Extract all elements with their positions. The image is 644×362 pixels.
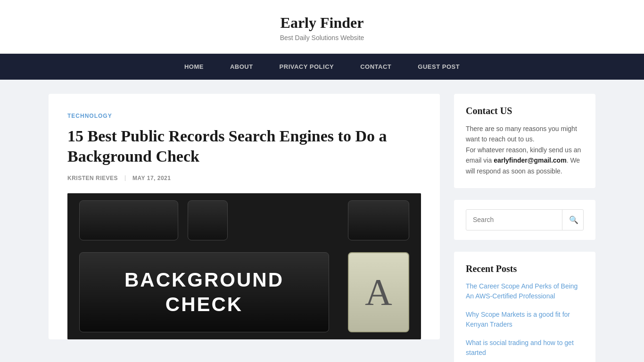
search-box: 🔍 — [466, 209, 584, 230]
search-widget: 🔍 — [454, 200, 595, 240]
recent-post-link-2[interactable]: Why Scope Markets is a good fit for Keny… — [466, 311, 570, 328]
contact-widget-title: Contact US — [466, 106, 584, 116]
recent-post-link-3[interactable]: What is social trading and how to get st… — [466, 339, 574, 356]
contact-widget: Contact US There are so many reasons you… — [454, 94, 595, 188]
search-button[interactable]: 🔍 — [562, 210, 584, 230]
recent-posts-title: Recent Posts — [466, 263, 584, 274]
post-meta: KRISTEN RIEVES MAY 17, 2021 — [67, 175, 421, 181]
recent-post-link-1[interactable]: The Career Scope And Perks of Being An A… — [466, 282, 578, 300]
search-input[interactable] — [466, 210, 562, 229]
main-content: TECHNOLOGY 15 Best Public Records Search… — [49, 94, 440, 339]
search-icon: 🔍 — [569, 216, 578, 224]
contact-email: earlyfinder@gmail.com — [494, 156, 566, 164]
main-nav: HOME ABOUT PRIVACY POLICY CONTACT GUEST … — [0, 54, 644, 80]
nav-guest-post[interactable]: GUEST POST — [405, 54, 473, 80]
meta-divider — [125, 175, 125, 181]
nav-privacy-policy[interactable]: PRIVACY POLICY — [266, 54, 347, 80]
nav-home[interactable]: HOME — [171, 54, 217, 80]
recent-post-item-3: What is social trading and how to get st… — [466, 338, 584, 358]
contact-text: There are so many reasons you might want… — [466, 123, 584, 176]
image-text-line1: BACKGROUND — [124, 269, 284, 291]
site-title: Early Finder — [9, 14, 635, 32]
sidebar: Contact US There are so many reasons you… — [454, 94, 595, 362]
post-title: 15 Best Public Records Search Engines to… — [67, 126, 421, 166]
post-date: MAY 17, 2021 — [132, 175, 171, 181]
site-header: Early Finder Best Daily Solutions Websit… — [0, 0, 644, 54]
post-author: KRISTEN RIEVES — [67, 175, 118, 181]
recent-post-item-2: Why Scope Markets is a good fit for Keny… — [466, 310, 584, 329]
page-wrapper: TECHNOLOGY 15 Best Public Records Search… — [39, 94, 605, 362]
site-subtitle: Best Daily Solutions Website — [9, 34, 635, 41]
nav-contact[interactable]: CONTACT — [347, 54, 405, 80]
nav-about[interactable]: ABOUT — [217, 54, 266, 80]
recent-posts-widget: Recent Posts The Career Scope And Perks … — [454, 252, 595, 362]
featured-image: BACKGROUND CHECK A — [67, 193, 421, 339]
image-key-letter: A — [365, 271, 392, 314]
image-text-line2: CHECK — [165, 293, 243, 316]
recent-post-item-1: The Career Scope And Perks of Being An A… — [466, 281, 584, 301]
post-category: TECHNOLOGY — [67, 113, 421, 119]
